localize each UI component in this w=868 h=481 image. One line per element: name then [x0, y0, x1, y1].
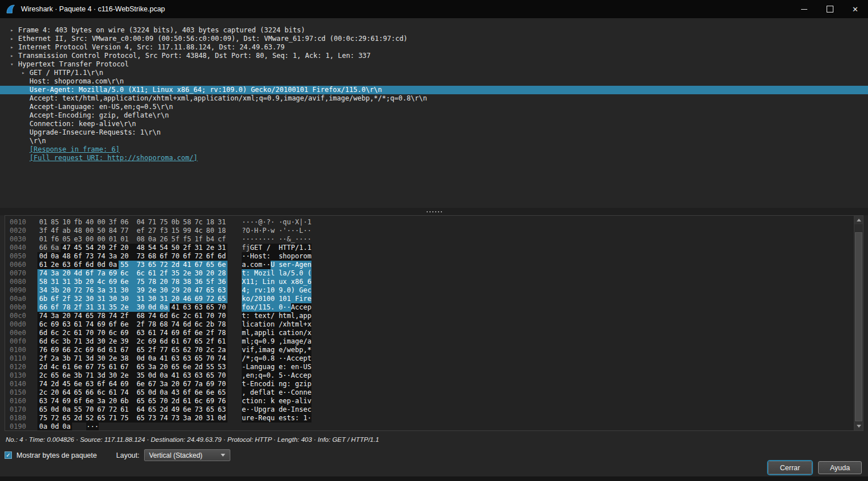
- tree-row-label: Ethernet II, Src: VMware_c0:00:09 (00:50…: [18, 35, 407, 43]
- hex-row[interactable]: 0140742d456e636f64696e673a20677a6970t-En…: [10, 380, 863, 388]
- tree-row-label: Host: shoporoma.com\r\n: [30, 77, 124, 85]
- hex-offset: 0130: [10, 371, 29, 380]
- hex-offset: 0020: [10, 227, 29, 235]
- hex-bytes-column: 6d6c2c6170706c69636174696f6e2f78: [37, 329, 227, 337]
- tree-row[interactable]: ▾Hypertext Transfer Protocol: [0, 60, 868, 69]
- hex-row[interactable]: 0090343b2072763a3130392e3029204765634; r…: [10, 286, 863, 295]
- hex-bytes-column: 2c206465666c6174650d0a436f6e6e65: [37, 388, 227, 397]
- hex-row[interactable]: 01202d4c616e67756167653a20656e2d5553-Lan…: [10, 363, 863, 371]
- scroll-down-button[interactable]: [854, 422, 863, 430]
- ayuda-button[interactable]: Ayuda: [818, 461, 862, 474]
- tree-row[interactable]: [Response in frame: 6]: [0, 145, 868, 154]
- hex-row[interactable]: 00c0743a20746578742f68746d6c2c617070t: t…: [10, 312, 863, 320]
- hex-row[interactable]: 00a06b6f2f32303130303130312046697265ko/2…: [10, 295, 863, 303]
- hex-row[interactable]: 00d06c69636174696f6e2f7868746d6c2b78lica…: [10, 320, 863, 329]
- ascii-column: e··Upgrade-Insec: [242, 405, 311, 414]
- ascii-column: , deflate··Conne: [242, 388, 311, 397]
- packet-bytes-panel: 0010018510fb40003f060471750b587c1831····…: [5, 215, 863, 431]
- drag-dots-icon: [427, 211, 442, 212]
- tree-row[interactable]: ▸Transmission Control Protocol, Src Port…: [0, 52, 868, 60]
- ascii-column: -Language: en-US: [242, 363, 311, 371]
- tree-row[interactable]: Accept-Encoding: gzip, deflate\r\n: [0, 111, 868, 120]
- hex-row[interactable]: 00b0666f782f3131352e300d0a4163636570fox/…: [10, 303, 863, 312]
- maximize-icon: [827, 6, 833, 12]
- tree-row-label: Accept: text/html,application/xhtml+xml,…: [30, 94, 427, 102]
- tree-row[interactable]: [Full request URI: http://shoporoma.com/…: [0, 154, 868, 162]
- arrow-up-icon: [857, 219, 861, 221]
- cerrar-button[interactable]: Cerrar: [768, 461, 812, 474]
- ascii-column: a.com··User-Agen: [242, 261, 311, 269]
- tree-row[interactable]: User-Agent: Mozilla/5.0 (X11; Linux x86_…: [0, 86, 868, 94]
- tree-row[interactable]: ▸Ethernet II, Src: VMware_c0:00:09 (00:5…: [0, 35, 868, 43]
- ascii-column: ure-Requests: 1·: [242, 414, 311, 423]
- tree-toggle-icon[interactable]: ▸: [6, 43, 18, 52]
- tree-row[interactable]: ▸GET / HTTP/1.1\r\n: [0, 69, 868, 77]
- layout-label: Layout:: [116, 451, 140, 459]
- tree-toggle-icon[interactable]: ▸: [6, 35, 18, 43]
- hex-row[interactable]: 00203f4fab4800508477ef27f315994c8018?O·H…: [10, 227, 863, 235]
- hex-bytes-column: 742d456e636f64696e673a20677a6970: [37, 380, 227, 388]
- hex-row[interactable]: 00805831313b204c696e7578207838365f36X11;…: [10, 278, 863, 286]
- hex-offset: 00e0: [10, 329, 29, 337]
- tree-row[interactable]: Host: shoporoma.com\r\n: [0, 77, 868, 86]
- tree-row[interactable]: Accept: text/html,application/xhtml+xml,…: [0, 94, 868, 103]
- hex-row[interactable]: 01007669662c696d6167652f776562702c2avif,…: [10, 346, 863, 354]
- hex-row[interactable]: 003001f605e300000101080a265ff51fb4cf····…: [10, 235, 863, 244]
- ascii-column: t-Encoding: gzip: [242, 380, 311, 388]
- hex-row[interactable]: 0040666a474554202f20485454502f312e31fjGE…: [10, 244, 863, 252]
- hex-row[interactable]: 00500d0a486f73743a2073686f706f726f6d··Ho…: [10, 252, 863, 261]
- hex-offset: 0030: [10, 235, 29, 244]
- hex-offset: 0180: [10, 414, 29, 423]
- tree-row[interactable]: Accept-Language: en-US,en;q=0.5\r\n: [0, 103, 868, 111]
- tree-row[interactable]: Upgrade-Insecure-Requests: 1\r\n: [0, 128, 868, 137]
- hex-row[interactable]: 01807572652d52657175657374733a20310dure-…: [10, 414, 863, 423]
- hex-row[interactable]: 0170650d0a557067726164652d496e736563e··U…: [10, 405, 863, 414]
- layout-select[interactable]: Vertical (Stacked): [144, 449, 230, 461]
- tree-row-label: Transmission Control Protocol, Src Port:…: [18, 52, 370, 60]
- hex-offset: 0050: [10, 252, 29, 261]
- tree-row[interactable]: ▸Internet Protocol Version 4, Src: 117.1…: [0, 43, 868, 52]
- hex-bytes-column: 666f782f3131352e300d0a4163636570: [37, 303, 227, 312]
- hex-bytes-column: 743a20746578742f68746d6c2c617070: [37, 312, 227, 320]
- maximize-button[interactable]: [817, 0, 842, 18]
- tree-toggle-icon[interactable]: ▸: [6, 26, 18, 35]
- ascii-column: ction: keep-aliv: [242, 397, 311, 405]
- close-window-button[interactable]: ✕: [842, 0, 868, 18]
- tree-toggle-icon[interactable]: ▸: [6, 52, 18, 60]
- minimize-button[interactable]: [791, 0, 817, 18]
- window-title: Wireshark · Paquete 4 · c116-WebStrike.p…: [21, 5, 165, 13]
- tree-row[interactable]: \r\n: [0, 137, 868, 145]
- show-bytes-checkbox[interactable]: ✓: [5, 451, 12, 459]
- tree-row-label: Hypertext Transfer Protocol: [18, 60, 129, 68]
- vertical-scrollbar[interactable]: [854, 216, 863, 430]
- ascii-column: fjGET / HTTP/1.1: [242, 244, 311, 252]
- ascii-column: ····@·?··qu·X|·1: [242, 218, 311, 227]
- footer-controls: ✓ Mostrar bytes de paquete Layout: Verti…: [5, 449, 868, 461]
- hex-bytes-column: 0d0a486f73743a2073686f706f726f6d: [37, 252, 227, 261]
- hex-row[interactable]: 00f06d6c3b713d302e392c696d6167652f61ml;q…: [10, 337, 863, 346]
- tree-row[interactable]: Connection: keep-alive\r\n: [0, 120, 868, 128]
- tree-toggle-icon[interactable]: ▸: [17, 69, 30, 77]
- hex-bytes-column: 3f4fab4800508477ef27f315994c8018: [37, 227, 227, 235]
- tree-row[interactable]: ▸Frame 4: 403 bytes on wire (3224 bits),…: [0, 26, 868, 35]
- ascii-column: ml,application/x: [242, 329, 311, 337]
- hex-row[interactable]: 01606374696f6e3a206b6565702d616c6976ctio…: [10, 397, 863, 405]
- minimize-icon: [801, 9, 807, 10]
- hex-row[interactable]: 01302c656e3b713d302e350d0a4163636570,en;…: [10, 371, 863, 380]
- hex-row[interactable]: 00e06d6c2c6170706c69636174696f6e2f78ml,a…: [10, 329, 863, 337]
- scrollbar-thumb[interactable]: [855, 232, 862, 421]
- ascii-column: t: text/html,app: [242, 312, 311, 320]
- hex-row[interactable]: 0010018510fb40003f060471750b587c1831····…: [10, 218, 863, 227]
- hex-row[interactable]: 0060612e636f6d0d0a557365722d4167656ea.co…: [10, 261, 863, 269]
- splitter-handle[interactable]: [0, 208, 868, 215]
- scroll-up-button[interactable]: [854, 216, 863, 224]
- hex-bytes-column: 6b6f2f32303130303130312046697265: [37, 295, 227, 303]
- tree-toggle-icon[interactable]: ▾: [6, 60, 18, 69]
- hex-row[interactable]: 01502c206465666c6174650d0a436f6e6e65, de…: [10, 388, 863, 397]
- hex-row[interactable]: 01900a0d0a···: [10, 423, 863, 431]
- show-bytes-label[interactable]: Mostrar bytes de paquete: [16, 451, 97, 459]
- hex-row[interactable]: 0070743a204d6f7a696c6c612f352e302028t: M…: [10, 269, 863, 278]
- hex-offset: 0190: [10, 423, 29, 431]
- hex-row[interactable]: 01102f2a3b713d302e380d0a416363657074/*;q…: [10, 354, 863, 363]
- hex-bytes-column: 0a0d0a: [37, 423, 72, 431]
